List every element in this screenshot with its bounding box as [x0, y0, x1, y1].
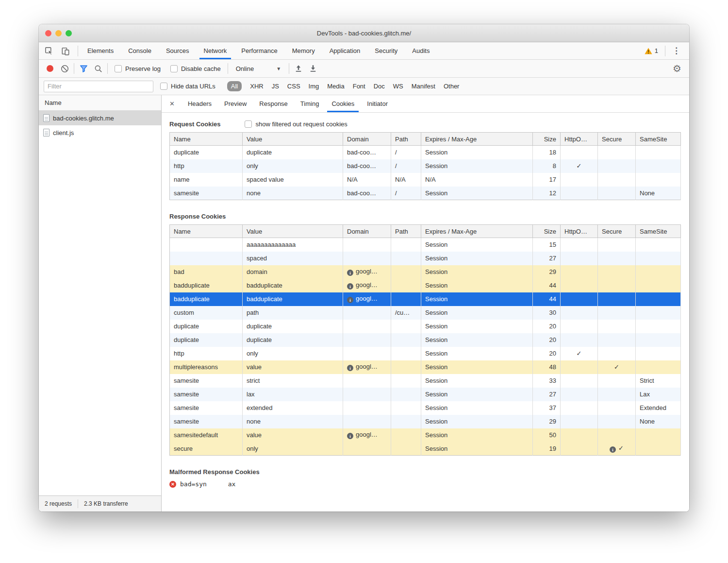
request-row[interactable]: client.js — [39, 125, 161, 140]
cookie-row[interactable]: samesitenonebad-coo…/Session12None — [170, 187, 681, 200]
cookie-row[interactable]: duplicateduplicatebad-coo…/Session18 — [170, 146, 681, 159]
cookie-row[interactable]: samesiteextendedSession37Extended — [170, 401, 681, 415]
hide-data-urls-label: Hide data URLs — [171, 83, 215, 90]
cookie-row[interactable]: httponlybad-coo…/Session8✓ — [170, 159, 681, 173]
cookie-row[interactable]: samesitedefaultvalueigoogl…Session50 — [170, 428, 681, 442]
hide-data-urls-checkbox[interactable]: Hide data URLs — [160, 83, 215, 90]
search-icon[interactable] — [91, 62, 105, 75]
throttling-dropdown[interactable]: Online ▼ — [230, 65, 287, 72]
cookie-row[interactable]: multiplereasonsvalueigoogl…Session48✓ — [170, 360, 681, 374]
cookie-row[interactable]: duplicateduplicateSession20 — [170, 320, 681, 333]
import-har-icon[interactable] — [291, 62, 306, 75]
checkbox[interactable] — [115, 65, 122, 72]
zoom-window-button[interactable] — [66, 30, 72, 36]
record-button[interactable] — [43, 62, 57, 75]
close-window-button[interactable] — [45, 30, 51, 36]
request-row[interactable]: bad-cookies.glitch.me — [39, 111, 161, 125]
show-filtered-checkbox[interactable]: show filtered out request cookies — [245, 120, 347, 128]
tab-console[interactable]: Console — [121, 42, 159, 59]
resource-filter-all[interactable]: All — [227, 81, 242, 91]
window-title: DevTools - bad-cookies.glitch.me/ — [317, 30, 411, 37]
column-header: Path — [391, 133, 421, 146]
preserve-log-checkbox[interactable]: Preserve log — [115, 65, 161, 72]
cookie-row[interactable]: badduplicatebadduplicateigoogl…Session44 — [170, 292, 681, 306]
cookie-row[interactable]: custompath/cu…Session30 — [170, 306, 681, 320]
device-toolbar-icon[interactable] — [58, 45, 73, 57]
detail-tab-response[interactable]: Response — [253, 95, 294, 112]
column-header: Path — [391, 225, 421, 238]
cell-domain — [343, 374, 391, 388]
tab-elements[interactable]: Elements — [80, 42, 121, 59]
cell-expires: Session — [421, 347, 533, 360]
resource-filter-ws[interactable]: WS — [393, 83, 403, 90]
checkbox[interactable] — [245, 120, 252, 128]
cell-httponly — [561, 428, 598, 442]
cell-domain — [343, 238, 391, 252]
cookies-panel: Request Cookies show filtered out reques… — [162, 113, 689, 512]
filter-funnel-icon[interactable] — [76, 62, 91, 75]
column-header: Domain — [343, 133, 391, 146]
detail-tab-initiator[interactable]: Initiator — [361, 95, 394, 112]
cookie-row[interactable]: duplicateduplicateSession20 — [170, 333, 681, 347]
cell-path — [391, 428, 421, 442]
resource-filter-manifest[interactable]: Manifest — [412, 83, 435, 90]
cell-value: badduplicate — [243, 279, 343, 292]
resource-filter-img[interactable]: Img — [309, 83, 319, 90]
detail-tab-cookies[interactable]: Cookies — [325, 95, 361, 112]
console-warning-counter[interactable]: 1 — [640, 47, 663, 54]
resource-filter-xhr[interactable]: XHR — [250, 83, 263, 90]
tab-memory[interactable]: Memory — [285, 42, 322, 59]
cell-size: 19 — [533, 442, 561, 456]
cell-httponly — [561, 306, 598, 320]
resource-filter-font[interactable]: Font — [353, 83, 365, 90]
cookie-row[interactable]: namespaced valueN/AN/AN/A17 — [170, 173, 681, 187]
resource-filter-css[interactable]: CSS — [287, 83, 300, 90]
export-har-icon[interactable] — [306, 62, 320, 75]
cookie-row[interactable]: samesitestrictSession33Strict — [170, 374, 681, 388]
cookie-row[interactable]: samesitenoneSession29None — [170, 415, 681, 428]
cell-httponly — [561, 279, 598, 292]
checkbox[interactable] — [170, 65, 178, 72]
cell-httponly — [561, 320, 598, 333]
cell-expires: Session — [421, 428, 533, 442]
column-header: Value — [243, 225, 343, 238]
title-bar: DevTools - bad-cookies.glitch.me/ — [39, 24, 689, 42]
checkbox[interactable] — [160, 83, 167, 90]
detail-tab-headers[interactable]: Headers — [182, 95, 218, 112]
tab-performance[interactable]: Performance — [234, 42, 284, 59]
kebab-menu-icon[interactable]: ⋮ — [667, 46, 685, 56]
detail-tab-preview[interactable]: Preview — [218, 95, 253, 112]
resource-filter-doc[interactable]: Doc — [374, 83, 385, 90]
tab-audits[interactable]: Audits — [405, 42, 437, 59]
detail-tab-timing[interactable]: Timing — [294, 95, 326, 112]
cookie-row[interactable]: secureonlySession19i✓ — [170, 442, 681, 456]
cookie-row[interactable]: samesitelaxSession27Lax — [170, 388, 681, 401]
request-list-header[interactable]: Name — [39, 95, 161, 111]
table-header-row: NameValueDomainPathExpires / Max-AgeSize… — [170, 133, 681, 146]
info-icon: i — [347, 433, 353, 439]
clear-icon[interactable] — [57, 62, 72, 75]
resource-filter-other[interactable]: Other — [444, 83, 460, 90]
close-detail-icon[interactable]: ✕ — [162, 95, 182, 112]
cell-samesite — [636, 347, 681, 360]
resource-filter-js[interactable]: JS — [272, 83, 279, 90]
cell-httponly — [561, 146, 598, 159]
minimize-window-button[interactable] — [55, 30, 62, 36]
tab-sources[interactable]: Sources — [159, 42, 197, 59]
cookie-row[interactable]: badduplicatebadduplicateigoogl…Session44 — [170, 279, 681, 292]
cell-httponly — [561, 265, 598, 279]
cookie-row[interactable]: httponlySession20✓ — [170, 347, 681, 360]
disable-cache-checkbox[interactable]: Disable cache — [170, 65, 221, 72]
cell-name: multiplereasons — [170, 360, 243, 374]
tab-security[interactable]: Security — [367, 42, 405, 59]
resource-filter-media[interactable]: Media — [327, 83, 344, 90]
cookie-row[interactable]: spacedSession27 — [170, 252, 681, 265]
cookie-row[interactable]: baddomainigoogl…Session29 — [170, 265, 681, 279]
settings-gear-icon[interactable]: ⚙ — [673, 63, 685, 74]
filter-input[interactable] — [44, 81, 153, 92]
cell-domain: igoogl… — [343, 292, 391, 306]
inspect-element-icon[interactable] — [42, 45, 56, 57]
tab-application[interactable]: Application — [322, 42, 368, 59]
cookie-row[interactable]: aaaaaaaaaaaaaaSession15 — [170, 238, 681, 252]
tab-network[interactable]: Network — [197, 42, 234, 59]
